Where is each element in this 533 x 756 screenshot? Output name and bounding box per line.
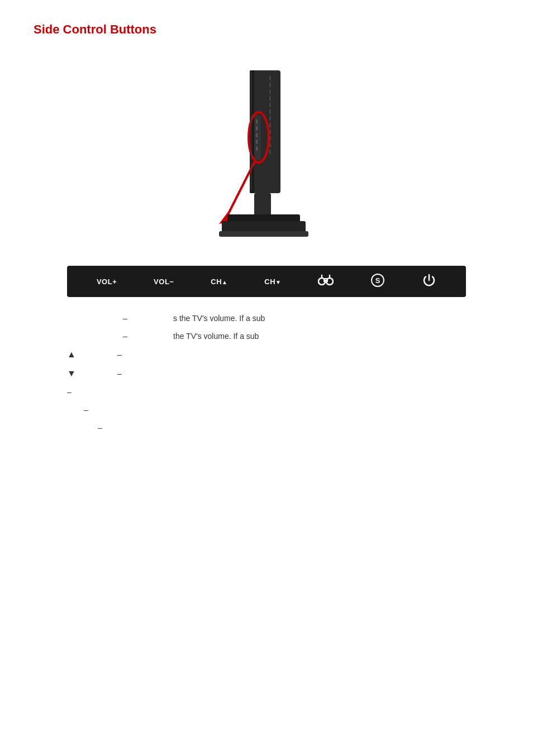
svg-rect-30 (324, 279, 327, 281)
vol-minus-description: – the TV's volume. If a sub (123, 332, 499, 341)
vol-minus-button[interactable]: VOL− (154, 277, 174, 286)
control-bar: VOL+ VOL− CH▲ CH▼ S (67, 266, 466, 297)
ch-down-label: CH▼ (264, 277, 281, 286)
svg-rect-15 (256, 119, 258, 124)
ch-up-description: ▲ – (67, 350, 499, 360)
svg-rect-3 (269, 83, 271, 87)
svg-rect-18 (256, 140, 258, 144)
source-icon-button[interactable] (318, 274, 334, 289)
settings-icon-button[interactable]: S (370, 273, 385, 290)
ch-down-button[interactable]: CH▼ (264, 277, 281, 286)
vol-minus-desc-label: – (123, 332, 168, 341)
svg-rect-2 (269, 76, 271, 80)
svg-rect-26 (219, 231, 308, 237)
ch-up-label: CH▲ (211, 277, 227, 286)
svg-rect-4 (269, 89, 271, 94)
vol-plus-button[interactable]: VOL+ (97, 277, 117, 286)
svg-text:S: S (375, 276, 380, 285)
source-description: – (67, 387, 499, 396)
svg-rect-19 (256, 146, 258, 151)
ch-up-desc-dash: – (117, 350, 122, 359)
power-icon-button[interactable] (422, 273, 436, 290)
svg-rect-7 (269, 109, 271, 114)
tv-image-area (34, 54, 499, 266)
settings-description: – (67, 405, 499, 414)
vol-plus-desc-text: s the TV's volume. If a sub (173, 314, 265, 323)
svg-rect-17 (256, 133, 258, 137)
vol-minus-desc-text: the TV's volume. If a sub (173, 332, 259, 341)
tv-illustration (172, 59, 361, 266)
ch-up-desc-label: ▲ (67, 350, 112, 360)
svg-rect-5 (269, 96, 271, 101)
power-description: – (67, 423, 499, 432)
ch-down-desc-label: ▼ (67, 369, 112, 379)
svg-rect-16 (256, 126, 258, 131)
vol-minus-label: VOL− (154, 277, 174, 286)
svg-rect-25 (222, 221, 306, 232)
svg-rect-6 (269, 103, 271, 107)
source-desc-label: – (67, 387, 84, 396)
page-title: Side Control Buttons (34, 22, 499, 37)
power-desc-label: – (98, 423, 115, 432)
vol-plus-desc-label: – (123, 314, 168, 323)
vol-plus-description: – s the TV's volume. If a sub (123, 314, 499, 323)
ch-up-button[interactable]: CH▲ (211, 277, 227, 286)
ch-down-desc-dash: – (117, 369, 122, 378)
svg-rect-8 (269, 116, 271, 121)
ch-down-description: ▼ – (67, 369, 499, 379)
page-container: Side Control Buttons (0, 0, 533, 463)
svg-rect-9 (269, 123, 271, 127)
svg-rect-23 (254, 193, 271, 216)
svg-rect-27 (250, 71, 252, 191)
settings-desc-label: – (84, 405, 101, 414)
vol-plus-label: VOL+ (97, 277, 117, 286)
descriptions-section: – s the TV's volume. If a sub – the TV's… (34, 314, 499, 432)
svg-rect-13 (269, 150, 271, 154)
